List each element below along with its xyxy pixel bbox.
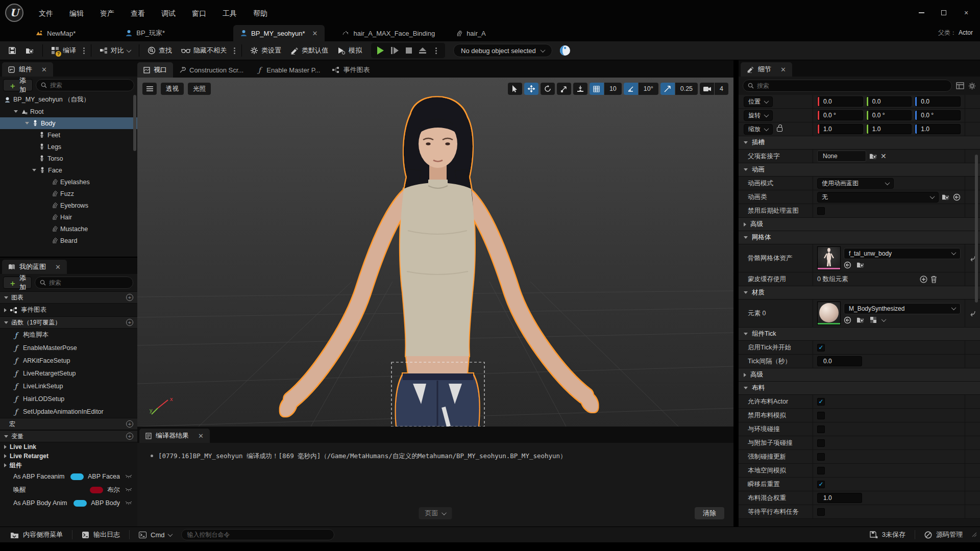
folder-search-icon[interactable] [856, 261, 865, 268]
menu-tools[interactable]: 工具 [216, 7, 243, 20]
move-tool-button[interactable] [524, 83, 538, 95]
tree-item-body[interactable]: Body [0, 117, 137, 129]
debug-object-dropdown[interactable]: No debug object selected [453, 44, 552, 57]
rotation-x-field[interactable]: 0.0 ° [817, 110, 863, 120]
event-graph-item[interactable]: 事件图表 [0, 304, 137, 316]
function-set-update-animation[interactable]: ƒSetUpdateAnimationInEditor [0, 405, 137, 418]
compile-options-button[interactable] [81, 47, 87, 54]
perspective-dropdown[interactable]: 透视 [161, 83, 184, 95]
add-element-icon[interactable] [920, 276, 927, 283]
skeletal-mesh-dropdown[interactable]: f_tal_unw_body [844, 248, 961, 259]
function-live-retarget-setup[interactable]: ƒLiveRetargetSetup [0, 367, 137, 380]
tree-item-self[interactable]: BP_MY_seohyun （自我） [0, 94, 137, 106]
menu-asset[interactable]: 资产 [94, 7, 120, 20]
view-mode-dropdown[interactable]: 光照 [188, 83, 211, 95]
parent-socket-value[interactable]: None [817, 151, 866, 162]
functions-section-header[interactable]: 函数（19可覆盖）+ [0, 316, 137, 329]
menu-window[interactable]: 窗口 [186, 7, 212, 20]
details-tab[interactable]: 细节✕ [741, 62, 792, 77]
components-scrollbar[interactable] [133, 95, 136, 151]
folder-search-icon[interactable] [942, 193, 950, 201]
folder-search-icon[interactable] [869, 153, 877, 160]
viewport-3d[interactable]: 透视 光照 10 [137, 78, 733, 427]
variable-wake[interactable]: 唤醒 布尔 [0, 483, 137, 496]
simulate-button[interactable]: 模拟 [333, 43, 366, 58]
tab-newmap[interactable]: NewMap* [29, 25, 83, 41]
material-section-header[interactable]: 材质 [739, 286, 980, 299]
grid-snap-value[interactable]: 10 [604, 83, 622, 95]
collide-attached-checkbox[interactable] [817, 439, 825, 447]
rotation-combo[interactable]: 旋转 [744, 110, 773, 121]
console-command-input[interactable] [187, 531, 329, 538]
menu-file[interactable]: 文件 [33, 7, 59, 20]
close-panel-icon[interactable]: ✕ [41, 66, 47, 73]
location-combo[interactable]: 位置 [744, 96, 773, 107]
cloth-blend-weight-field[interactable]: 1.0 [817, 493, 862, 503]
details-search[interactable] [743, 80, 952, 92]
add-blueprint-item-button[interactable]: ＋添加 [3, 277, 32, 289]
compile-button[interactable]: ? 编译 [47, 43, 80, 58]
add-component-button[interactable]: ＋添加 [3, 79, 33, 91]
page-dropdown[interactable]: 页面 [419, 507, 452, 519]
material-dropdown[interactable]: M_BodySynthesized [844, 303, 961, 314]
menu-help[interactable]: 帮助 [247, 7, 274, 20]
variable-group-components[interactable]: 组件 [0, 461, 137, 470]
hide-unrelated-options-button[interactable] [232, 47, 237, 54]
use-selected-icon[interactable] [844, 316, 851, 324]
clear-socket-icon[interactable]: ✕ [880, 152, 887, 160]
allow-cloth-actor-checkbox[interactable] [817, 398, 825, 406]
animation-mode-dropdown[interactable]: 使用动画蓝图 [817, 178, 894, 189]
add-macro-icon[interactable]: + [126, 420, 133, 428]
tab-hair-a[interactable]: hair_A [449, 25, 493, 41]
location-y-field[interactable]: 0.0 [866, 96, 912, 107]
find-button[interactable]: 查找 [143, 43, 176, 58]
scale-combo[interactable]: 缩放 [744, 124, 773, 135]
class-defaults-button[interactable]: 类默认值 [286, 43, 332, 58]
scale-z-field[interactable]: 1.0 [915, 124, 961, 134]
location-z-field[interactable]: 0.0 [915, 96, 961, 107]
use-selected-icon[interactable] [844, 261, 851, 269]
mesh-section-header[interactable]: 网格体 [739, 231, 980, 244]
components-tab[interactable]: 组件✕ [2, 62, 53, 77]
unsaved-button[interactable]: 3未保存 [863, 527, 913, 543]
play-options-button[interactable] [433, 47, 439, 54]
tree-item-root[interactable]: Root [0, 106, 137, 117]
details-search-input[interactable] [757, 82, 947, 89]
expander-icon[interactable] [24, 122, 30, 124]
expander-icon[interactable] [32, 169, 37, 171]
material-more-icon[interactable] [881, 317, 887, 322]
components-search-input[interactable] [50, 82, 129, 89]
add-graph-icon[interactable]: + [126, 294, 133, 301]
tree-item-feet[interactable]: Feet [0, 129, 137, 141]
close-panel-icon[interactable]: ✕ [780, 66, 786, 73]
eye-closed-icon[interactable] [125, 488, 132, 492]
metahuman-character[interactable] [277, 97, 602, 427]
menu-debug[interactable]: 调试 [155, 7, 182, 20]
console-input[interactable] [181, 529, 334, 540]
trash-icon[interactable] [930, 276, 937, 283]
function-arkit-face-setup[interactable]: ƒARKitFaceSetup [0, 354, 137, 367]
maximize-button[interactable] [934, 6, 953, 19]
tab-bp-player[interactable]: BP_玩家* [118, 25, 172, 41]
close-panel-icon[interactable]: ✕ [55, 263, 61, 271]
class-settings-button[interactable]: 类设置 [246, 43, 285, 58]
location-x-field[interactable]: 0.0 [817, 96, 863, 107]
animation-advanced-header[interactable]: 高级 [739, 218, 980, 231]
compiler-results-tab[interactable]: 编译器结果✕ [139, 429, 210, 443]
anim-class-dropdown[interactable]: 无 [817, 192, 939, 203]
display-filter-icon[interactable] [956, 82, 964, 89]
eye-closed-icon[interactable] [125, 474, 132, 479]
disable-postprocess-checkbox[interactable] [817, 207, 825, 215]
tab-viewport[interactable]: 视口 [137, 62, 173, 78]
viewport-menu-button[interactable] [142, 83, 157, 95]
enable-tick-checkbox[interactable] [817, 344, 825, 352]
tree-item-mustache[interactable]: Mustache [0, 223, 137, 235]
variable-abp-body-anim[interactable]: As ABP Body Anim ABP Body [0, 496, 137, 510]
rotation-y-field[interactable]: 0.0 ° [866, 110, 912, 120]
material-thumbnail[interactable] [817, 302, 841, 325]
disable-cloth-sim-checkbox[interactable] [817, 412, 825, 419]
animation-section-header[interactable]: 动画 [739, 163, 980, 177]
reset-material-icon[interactable] [965, 299, 980, 327]
eject-button[interactable] [419, 47, 426, 54]
scale-tool-button[interactable] [557, 83, 571, 95]
